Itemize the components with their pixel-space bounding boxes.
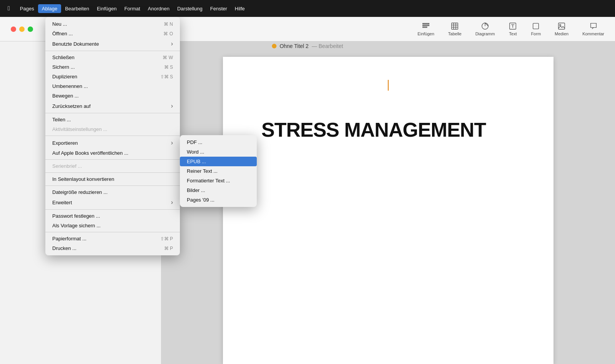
- fullscreen-button[interactable]: [28, 26, 33, 32]
- separator-7: [45, 209, 180, 210]
- menu-duplizieren[interactable]: Duplizieren ⇧⌘ S: [45, 72, 180, 81]
- toolbar-tools: Einfügen Tabelle Diagramm Text Form Medi…: [414, 21, 607, 37]
- separator-8: [45, 232, 180, 232]
- toolbar-medien-label: Medien: [555, 31, 568, 36]
- toolbar-tabelle[interactable]: Tabelle: [445, 21, 465, 37]
- toolbar-tabelle-label: Tabelle: [448, 31, 462, 36]
- submenu-pages09[interactable]: Pages '09 ...: [180, 195, 257, 205]
- menu-umbenennen[interactable]: Umbenennen ...: [45, 81, 180, 91]
- submenu-word[interactable]: Word ...: [180, 147, 257, 157]
- submenu-bilder[interactable]: Bilder ...: [180, 185, 257, 195]
- export-row: Exportieren PDF ... Word ... EPUB ... Re…: [45, 137, 180, 148]
- menu-sichern[interactable]: Sichern ... ⌘ S: [45, 62, 180, 72]
- menu-bewegen[interactable]: Bewegen ...: [45, 91, 180, 101]
- submenu-epub[interactable]: EPUB ...: [180, 157, 257, 166]
- form-icon: [532, 22, 540, 30]
- toolbar-medien[interactable]: Medien: [552, 21, 572, 37]
- menu-erweitert[interactable]: Erweitert: [45, 197, 180, 208]
- menu-teilen[interactable]: Teilen ...: [45, 115, 180, 124]
- separator-2: [45, 113, 180, 113]
- submenu-pdf[interactable]: PDF ...: [180, 137, 257, 147]
- menubar-items: Pages Ablage Bearbeiten Einfügen Format …: [16, 4, 249, 13]
- menubar-bearbeiten[interactable]: Bearbeiten: [61, 4, 93, 13]
- submenu-formatierter-text[interactable]: Formatierter Text ...: [180, 176, 257, 185]
- toolbar-form-label: Form: [531, 31, 541, 36]
- menu-neu-label: Neu ...: [52, 21, 155, 27]
- menu-zuruecksetzen-label: Zurücksetzen auf: [52, 103, 171, 109]
- menu-passwort-label: Passwort festlegen ...: [52, 213, 173, 219]
- apple-menu-item[interactable]: : [3, 3, 15, 13]
- menubar-ablage[interactable]: Ablage: [38, 4, 61, 13]
- text-cursor: [388, 80, 389, 91]
- menubar-einfuegen[interactable]: Einfügen: [93, 4, 120, 13]
- close-button[interactable]: [11, 26, 16, 32]
- menu-drucken[interactable]: Drucken ... ⌘ P: [45, 243, 180, 253]
- menubar-format[interactable]: Format: [120, 4, 144, 13]
- svg-rect-11: [558, 23, 565, 30]
- toolbar-kommentar[interactable]: Kommentar: [579, 21, 607, 37]
- menubar-hilfe[interactable]: Hilfe: [231, 4, 249, 13]
- menu-teilen-label: Teilen ...: [52, 117, 173, 122]
- medien-icon: [557, 22, 566, 30]
- menubar:  Pages Ablage Bearbeiten Einfügen Forma…: [0, 0, 615, 17]
- menu-neu[interactable]: Neu ... ⌘ N: [45, 19, 180, 29]
- menu-drucken-label: Drucken ...: [52, 245, 155, 251]
- export-submenu: PDF ... Word ... EPUB ... Reiner Text ..…: [180, 135, 257, 207]
- menu-sichern-shortcut: ⌘ S: [164, 65, 173, 70]
- menu-apple-books[interactable]: Auf Apple Books veröffentlichen ...: [45, 148, 180, 158]
- menu-bewegen-label: Bewegen ...: [52, 93, 173, 99]
- menu-passwort[interactable]: Passwort festlegen ...: [45, 211, 180, 221]
- submenu-arrow-benutzte: [171, 40, 173, 47]
- toolbar-text-label: Text: [509, 31, 517, 36]
- menu-oeffnen-label: Öffnen ...: [52, 31, 154, 36]
- menubar-pages[interactable]: Pages: [16, 4, 38, 13]
- doc-content: STRESS MANAGEMENT: [223, 57, 554, 172]
- menu-papierformat[interactable]: Papierformat ... ⇧⌘ P: [45, 234, 180, 243]
- menu-oeffnen[interactable]: Öffnen ... ⌘ O: [45, 29, 180, 38]
- traffic-lights: [6, 26, 38, 32]
- menu-exportieren[interactable]: Exportieren: [45, 137, 180, 148]
- menu-zuruecksetzen[interactable]: Zurücksetzen auf: [45, 101, 180, 111]
- menu-dateigroesse[interactable]: Dateigröße reduzieren ...: [45, 187, 180, 197]
- menu-aktivitaet-label: Aktivitätseinstellungen ...: [52, 126, 173, 132]
- menubar-darstellung[interactable]: Darstellung: [173, 4, 206, 13]
- menu-drucken-shortcut: ⌘ P: [164, 246, 173, 251]
- submenu-arrow-zurueck: [171, 103, 173, 109]
- doc-title: Ohne Titel 2: [279, 43, 309, 49]
- tabelle-icon: [450, 22, 459, 30]
- toolbar-form[interactable]: Form: [528, 21, 544, 37]
- menu-dateigroesse-label: Dateigröße reduzieren ...: [52, 189, 173, 195]
- toolbar-einfuegen[interactable]: Einfügen: [414, 21, 437, 37]
- diagramm-icon: [481, 22, 489, 30]
- svg-rect-2: [423, 27, 427, 28]
- toolbar-einfuegen-label: Einfügen: [417, 31, 434, 36]
- toolbar-diagramm[interactable]: Diagramm: [472, 21, 498, 37]
- menu-benutzte-label: Benutzte Dokumente: [52, 41, 171, 47]
- menu-oeffnen-shortcut: ⌘ O: [163, 31, 173, 36]
- doc-heading: STRESS MANAGEMENT: [261, 118, 515, 141]
- menu-vorlage[interactable]: Als Vorlage sichern ...: [45, 221, 180, 230]
- einfuegen-icon: [422, 22, 430, 30]
- text-icon: [509, 22, 517, 30]
- minimize-button[interactable]: [19, 26, 25, 32]
- menu-schliessen[interactable]: Schließen ⌘ W: [45, 53, 180, 62]
- title-dot: [272, 44, 276, 48]
- submenu-arrow-export: [171, 139, 173, 146]
- submenu-reiner-text[interactable]: Reiner Text ...: [180, 166, 257, 176]
- svg-rect-3: [452, 23, 458, 30]
- menu-vorlage-label: Als Vorlage sichern ...: [52, 223, 173, 228]
- toolbar-diagramm-label: Diagramm: [475, 31, 495, 36]
- separator-5: [45, 172, 180, 173]
- menu-umbenennen-label: Umbenennen ...: [52, 83, 173, 89]
- menu-konvertieren[interactable]: In Seitenlayout konvertieren: [45, 174, 180, 184]
- menu-erweitert-label: Erweitert: [52, 200, 171, 205]
- separator-6: [45, 185, 180, 186]
- kommentar-icon: [589, 22, 598, 30]
- separator-3: [45, 136, 180, 136]
- toolbar-text[interactable]: Text: [505, 21, 520, 37]
- menu-exportieren-label: Exportieren: [52, 140, 171, 146]
- menubar-anordnen[interactable]: Anordnen: [144, 4, 173, 13]
- menu-benutzte[interactable]: Benutzte Dokumente: [45, 38, 180, 49]
- menubar-fenster[interactable]: Fenster: [206, 4, 231, 13]
- separator-4: [45, 159, 180, 160]
